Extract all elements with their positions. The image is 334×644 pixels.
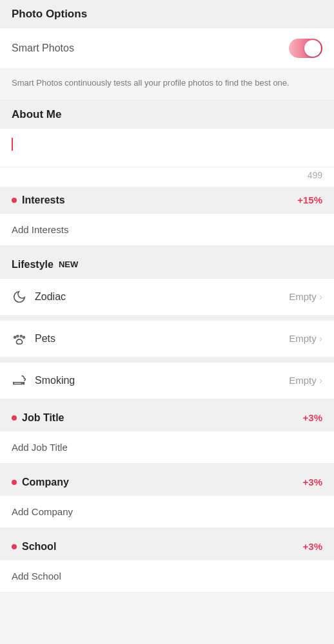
- zodiac-icon: [12, 289, 27, 305]
- company-title: Company: [12, 477, 69, 488]
- job-title-title: Job Title: [12, 412, 64, 424]
- gap-3: [0, 357, 334, 363]
- zodiac-label: Zodiac: [35, 291, 66, 303]
- add-school-row[interactable]: Add School: [0, 560, 334, 592]
- job-title-percentage: +3%: [303, 412, 322, 423]
- company-header: Company +3%: [0, 469, 334, 496]
- about-me-header: About Me: [0, 100, 334, 129]
- pets-chevron: ›: [319, 333, 322, 345]
- gap-5: [0, 464, 334, 469]
- pets-row[interactable]: Pets Empty ›: [0, 321, 334, 357]
- school-header: School +3%: [0, 533, 334, 560]
- smoking-icon: [12, 373, 27, 388]
- lifestyle-title: Lifestyle: [12, 259, 54, 270]
- school-percentage: +3%: [303, 541, 322, 552]
- zodiac-row[interactable]: Zodiac Empty ›: [0, 278, 334, 316]
- gap-6: [0, 528, 334, 533]
- toggle-knob: [304, 40, 321, 57]
- interests-percentage: +15%: [297, 194, 322, 205]
- zodiac-right: Empty ›: [289, 291, 322, 303]
- pets-icon: [12, 331, 27, 346]
- char-count: 499: [0, 167, 334, 187]
- smart-photos-label: Smart Photos: [12, 43, 74, 54]
- interests-dot: [12, 198, 17, 203]
- smart-photos-row: Smart Photos: [0, 28, 334, 69]
- interests-label: Interests: [22, 194, 65, 206]
- svg-point-2: [20, 335, 22, 337]
- job-title-header: Job Title +3%: [0, 404, 334, 431]
- company-dot: [12, 480, 17, 485]
- pets-left: Pets: [12, 331, 55, 346]
- pets-value: Empty: [289, 333, 317, 344]
- job-title-label: Job Title: [22, 412, 64, 424]
- gap-2: [0, 316, 334, 321]
- smart-photos-description: Smart Photos continuously tests all your…: [0, 69, 334, 100]
- job-title-dot: [12, 415, 17, 421]
- smoking-label: Smoking: [35, 375, 75, 386]
- text-cursor: [12, 138, 13, 151]
- smoking-chevron: ›: [319, 375, 322, 386]
- smoking-value: Empty: [289, 375, 317, 386]
- gap-1: [0, 246, 334, 251]
- lifestyle-new-badge: NEW: [59, 260, 78, 269]
- add-job-title-row[interactable]: Add Job Title: [0, 431, 334, 464]
- pets-right: Empty ›: [289, 333, 322, 345]
- interests-header: Interests +15%: [0, 187, 334, 214]
- svg-point-1: [17, 335, 19, 337]
- add-company-row[interactable]: Add Company: [0, 496, 334, 528]
- company-percentage: +3%: [303, 477, 322, 488]
- school-title: School: [12, 541, 56, 553]
- zodiac-left: Zodiac: [12, 289, 66, 305]
- school-dot: [12, 544, 17, 549]
- add-interests-row[interactable]: Add Interests: [0, 214, 334, 246]
- interests-title: Interests: [12, 194, 65, 206]
- lifestyle-header: Lifestyle NEW: [0, 251, 334, 278]
- smart-photos-toggle[interactable]: [289, 39, 322, 58]
- about-me-input-area[interactable]: [0, 129, 334, 167]
- gap-4: [0, 399, 334, 404]
- smoking-left: Smoking: [12, 373, 75, 388]
- zodiac-value: Empty: [289, 291, 317, 302]
- pets-label: Pets: [35, 333, 55, 345]
- svg-point-3: [23, 336, 25, 338]
- zodiac-chevron: ›: [319, 291, 322, 303]
- smoking-row[interactable]: Smoking Empty ›: [0, 363, 334, 399]
- svg-point-0: [14, 336, 16, 338]
- school-label: School: [22, 541, 56, 553]
- photo-options-header: Photo Options: [0, 0, 334, 28]
- company-label: Company: [22, 477, 69, 488]
- smoking-right: Empty ›: [289, 375, 322, 386]
